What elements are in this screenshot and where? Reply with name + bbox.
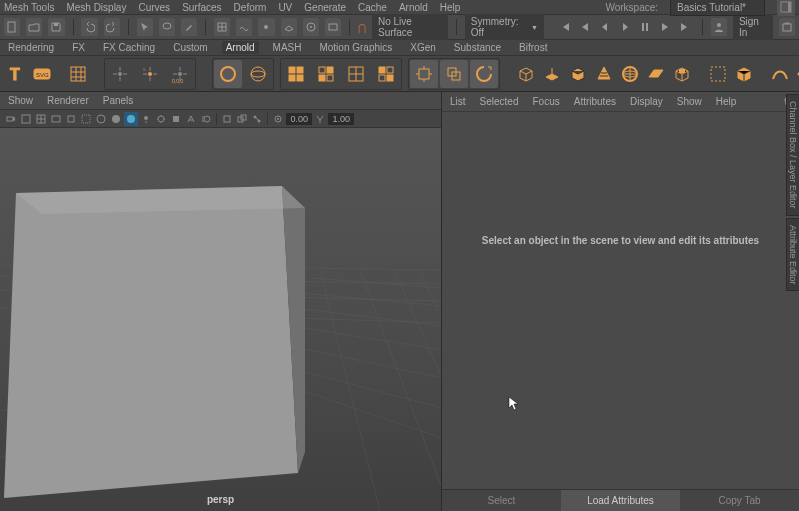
pause-icon[interactable] [636, 18, 654, 36]
workspace-selector[interactable]: Basics Tutorial* [670, 0, 765, 16]
pivot-origin-icon[interactable]: 0,0,0 [166, 60, 194, 88]
poly-cone-icon[interactable] [594, 60, 614, 88]
sign-in-button[interactable]: Sign In [733, 14, 773, 40]
vp-aa-icon[interactable] [184, 112, 198, 126]
attr-menu-selected[interactable]: Selected [480, 96, 519, 107]
vp-iso-icon[interactable] [220, 112, 234, 126]
vp-shadow-icon[interactable] [154, 112, 168, 126]
vp-menu-show[interactable]: Show [8, 95, 33, 106]
poly-plane-icon[interactable] [646, 60, 666, 88]
sidetab-channel-box[interactable]: Channel Box / Layer Editor [786, 94, 799, 216]
snap-view-icon[interactable] [325, 18, 341, 36]
shelf-mash[interactable]: MASH [269, 41, 306, 54]
menu-surfaces[interactable]: Surfaces [182, 2, 221, 13]
vp-gamma-value[interactable]: 1.00 [328, 113, 354, 125]
attr-menu-list[interactable]: List [450, 96, 466, 107]
vp-res-icon[interactable] [79, 112, 93, 126]
open-scene-icon[interactable] [26, 18, 42, 36]
shelf-xgen[interactable]: XGen [406, 41, 440, 54]
save-scene-icon[interactable] [48, 18, 64, 36]
transform-1-icon[interactable] [410, 60, 438, 88]
marketplace-icon[interactable] [779, 18, 795, 36]
vp-joint-icon[interactable] [250, 112, 264, 126]
pivot-local-icon[interactable]: x [136, 60, 164, 88]
poly-torus-icon[interactable] [620, 60, 640, 88]
attr-menu-attributes[interactable]: Attributes [574, 96, 616, 107]
step-back-icon[interactable] [576, 18, 594, 36]
go-start-icon[interactable] [556, 18, 574, 36]
vp-tex-icon[interactable] [124, 112, 138, 126]
grid-3-icon[interactable] [342, 60, 370, 88]
shelf-fxcaching[interactable]: FX Caching [99, 41, 159, 54]
sphere-sel-icon[interactable] [214, 60, 242, 88]
shelf-bifrost[interactable]: Bifrost [515, 41, 551, 54]
vp-motion-icon[interactable] [199, 112, 213, 126]
vp-cam-icon[interactable] [4, 112, 18, 126]
vp-bookmark-icon[interactable] [19, 112, 33, 126]
account-icon[interactable] [711, 18, 727, 36]
shelf-rendering[interactable]: Rendering [4, 41, 58, 54]
shelf-motiongraphics[interactable]: Motion Graphics [315, 41, 396, 54]
menu-generate[interactable]: Generate [304, 2, 346, 13]
redo-icon[interactable] [104, 18, 120, 36]
poly-disc-icon[interactable] [672, 60, 692, 88]
vp-gate-icon[interactable] [64, 112, 78, 126]
vp-ao-icon[interactable] [169, 112, 183, 126]
lasso-icon[interactable] [159, 18, 175, 36]
snap-grid-icon[interactable] [214, 18, 230, 36]
shelf-substance[interactable]: Substance [450, 41, 505, 54]
poly-cylinder-icon[interactable] [568, 60, 588, 88]
attr-menu-display[interactable]: Display [630, 96, 663, 107]
grid-4-icon[interactable] [372, 60, 400, 88]
vp-menu-panels[interactable]: Panels [103, 95, 134, 106]
transform-2-icon[interactable] [440, 60, 468, 88]
type-tool-icon[interactable]: T [6, 60, 26, 88]
go-end-icon[interactable] [676, 18, 694, 36]
vp-shade-icon[interactable] [94, 112, 108, 126]
vp-xray-icon[interactable] [235, 112, 249, 126]
poly-sphere-icon[interactable] [542, 60, 562, 88]
select-mode-icon[interactable] [137, 18, 153, 36]
poly-cube-icon[interactable] [516, 60, 536, 88]
vp-film-icon[interactable] [49, 112, 63, 126]
svg-tool-icon[interactable]: SVG [32, 60, 52, 88]
shelf-custom[interactable]: Custom [169, 41, 211, 54]
viewport-canvas[interactable]: persp [0, 128, 441, 511]
paint-select-icon[interactable] [181, 18, 197, 36]
menu-cache[interactable]: Cache [358, 2, 387, 13]
grid-2-icon[interactable] [312, 60, 340, 88]
vp-exposure-value[interactable]: 0.00 [286, 113, 312, 125]
sidetab-attribute-editor[interactable]: Attribute Editor [786, 218, 799, 292]
vp-expose-icon[interactable] [271, 112, 285, 126]
shaded-cube-icon[interactable] [734, 60, 754, 88]
shelf-fx[interactable]: FX [68, 41, 89, 54]
step-fwd-icon[interactable] [656, 18, 674, 36]
curve-1-icon[interactable] [770, 60, 790, 88]
menu-mesh-tools[interactable]: Mesh Tools [4, 2, 54, 13]
menu-help[interactable]: Help [440, 2, 461, 13]
vp-menu-renderer[interactable]: Renderer [47, 95, 89, 106]
vp-gamma-icon[interactable] [313, 112, 327, 126]
select-button[interactable]: Select [442, 490, 561, 511]
snap-curve-icon[interactable] [236, 18, 252, 36]
magnet-icon[interactable]: ⋂ [358, 22, 366, 33]
snap-live-icon[interactable] [303, 18, 319, 36]
transform-3-icon[interactable] [470, 60, 498, 88]
menu-deform[interactable]: Deform [234, 2, 267, 13]
pivot-world-icon[interactable] [106, 60, 134, 88]
grid-tool-icon[interactable] [68, 60, 88, 88]
play-back-icon[interactable] [596, 18, 614, 36]
vp-grid-icon[interactable] [34, 112, 48, 126]
menu-mesh-display[interactable]: Mesh Display [66, 2, 126, 13]
attr-menu-help[interactable]: Help [716, 96, 737, 107]
vp-wire-icon[interactable] [109, 112, 123, 126]
snap-plane-icon[interactable] [281, 18, 297, 36]
copy-tab-button[interactable]: Copy Tab [680, 490, 799, 511]
undo-icon[interactable] [81, 18, 97, 36]
shelf-arnold[interactable]: Arnold [222, 41, 259, 54]
attr-menu-show[interactable]: Show [677, 96, 702, 107]
menu-uv[interactable]: UV [278, 2, 292, 13]
sphere-wire-icon[interactable] [244, 60, 272, 88]
menu-curves[interactable]: Curves [138, 2, 170, 13]
attr-menu-focus[interactable]: Focus [532, 96, 559, 107]
